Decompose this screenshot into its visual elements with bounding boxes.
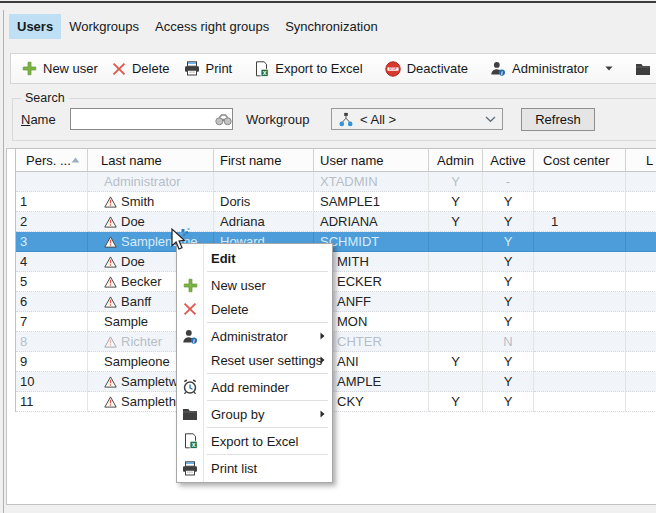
new-user-button[interactable]: New user bbox=[15, 56, 105, 81]
column-header-label: Cost center bbox=[543, 153, 609, 168]
column-header-l[interactable]: L bbox=[626, 149, 656, 171]
menu-item-administrator[interactable]: iAdministrator bbox=[177, 324, 332, 348]
table-row[interactable]: 11SamplethrCKYYY bbox=[16, 392, 656, 412]
table-row[interactable]: AdministratorXTADMINY- bbox=[16, 172, 656, 192]
menu-separator bbox=[207, 454, 328, 455]
menu-separator bbox=[207, 427, 328, 428]
cell-admin bbox=[429, 332, 483, 352]
last-name-text: Sample bbox=[104, 314, 148, 329]
warning-icon bbox=[104, 396, 117, 408]
cell-active: Y bbox=[483, 232, 534, 252]
menu-item-label: Edit bbox=[211, 251, 236, 266]
table-row[interactable]: 8RichterCHTERN bbox=[16, 332, 656, 352]
delete-icon bbox=[112, 62, 126, 76]
cell-l bbox=[626, 372, 656, 392]
last-name-text: Samplethr bbox=[121, 394, 180, 409]
menu-item-print-list[interactable]: Print list bbox=[177, 456, 332, 480]
cell-first: Adriana bbox=[214, 212, 314, 232]
cell-first: Doris bbox=[214, 192, 314, 212]
column-header-admin[interactable]: Admin bbox=[429, 149, 483, 171]
warning-icon bbox=[104, 216, 117, 228]
cell-active: Y bbox=[483, 192, 534, 212]
column-header-first[interactable]: First name bbox=[214, 149, 314, 171]
menu-item-reset-user-settings[interactable]: Reset user settings bbox=[177, 348, 332, 372]
cell-pers: 10 bbox=[16, 372, 88, 392]
column-header-last[interactable]: Last name bbox=[88, 149, 214, 171]
toolbar-button-label: Administrator bbox=[512, 61, 589, 76]
table-row[interactable]: 10SampletwoAMPLEY bbox=[16, 372, 656, 392]
tab-users[interactable]: Users bbox=[9, 14, 61, 39]
group-by-button[interactable]: Group by bbox=[628, 56, 656, 81]
tab-access-right-groups[interactable]: Access right groups bbox=[147, 14, 277, 39]
table-row[interactable]: 3SamplenameHowardSCHMIDTY bbox=[16, 232, 656, 252]
tab-strip: UsersWorkgroupsAccess right groupsSynchr… bbox=[9, 14, 386, 39]
submenu-arrow-icon bbox=[320, 356, 325, 364]
menu-item-label: Reset user settings bbox=[211, 353, 322, 368]
menu-item-edit[interactable]: Edit bbox=[177, 246, 332, 270]
last-name-text: Administrator bbox=[104, 174, 181, 189]
table-row[interactable]: 7SampleMONY bbox=[16, 312, 656, 332]
table-row[interactable]: 2DoeAdrianaADRIANAYY1 bbox=[16, 212, 656, 232]
cell-admin: Y bbox=[429, 192, 483, 212]
cell-admin bbox=[429, 232, 483, 252]
workgroup-combobox-value: < All > bbox=[360, 112, 396, 127]
cell-user: XTADMIN bbox=[314, 172, 429, 192]
warning-icon bbox=[104, 276, 117, 288]
cell-cost bbox=[534, 372, 626, 392]
binoculars-icon bbox=[215, 113, 232, 126]
column-header-user[interactable]: User name bbox=[314, 149, 429, 171]
cell-admin: Y bbox=[429, 172, 483, 192]
column-header-pers[interactable]: Pers. ... bbox=[16, 149, 88, 171]
menu-item-add-reminder[interactable]: Add reminder bbox=[177, 375, 332, 399]
cell-pers: 3 bbox=[16, 232, 88, 252]
tab-synchronization[interactable]: Synchronization bbox=[277, 14, 386, 39]
cell-l bbox=[626, 252, 656, 272]
column-header-label: First name bbox=[220, 153, 281, 168]
export-to-excel-button[interactable]: xExport to Excel bbox=[247, 56, 369, 81]
column-header-cost[interactable]: Cost center bbox=[534, 149, 626, 171]
table-row[interactable]: 1SmithDorisSAMPLE1YY bbox=[16, 192, 656, 212]
cell-active: Y bbox=[483, 312, 534, 332]
search-groupbox: Search Name Workgroup < All > Refresh bbox=[12, 98, 656, 141]
column-header-active[interactable]: Active bbox=[483, 149, 534, 171]
menu-item-label: Delete bbox=[211, 302, 249, 317]
administrator-person-icon: i bbox=[182, 329, 198, 344]
table-row[interactable]: 5BeckerECKERY bbox=[16, 272, 656, 292]
cell-admin bbox=[429, 252, 483, 272]
warning-icon bbox=[104, 236, 117, 248]
print-button[interactable]: Print bbox=[177, 56, 240, 81]
warning-icon bbox=[104, 336, 117, 348]
menu-item-group-by[interactable]: Group by bbox=[177, 402, 332, 426]
cell-cost bbox=[534, 252, 626, 272]
menu-item-label: Administrator bbox=[211, 329, 288, 344]
workgroup-icon bbox=[338, 112, 354, 127]
menu-item-label: Group by bbox=[211, 407, 264, 422]
table-row[interactable]: 6BanffANFFY bbox=[16, 292, 656, 312]
window-top-border bbox=[0, 1, 656, 3]
delete-button[interactable]: Delete bbox=[105, 56, 177, 81]
workgroup-combobox[interactable]: < All > bbox=[331, 108, 503, 130]
cell-l bbox=[626, 232, 656, 252]
menu-item-label: Print list bbox=[211, 461, 257, 476]
cell-active: Y bbox=[483, 272, 534, 292]
cell-cost bbox=[534, 272, 626, 292]
menu-item-delete[interactable]: Delete bbox=[177, 297, 332, 321]
table-row[interactable]: 4DoeMITHY bbox=[16, 252, 656, 272]
panel-left-border bbox=[3, 10, 4, 513]
search-name-input[interactable] bbox=[70, 108, 233, 130]
tab-workgroups[interactable]: Workgroups bbox=[61, 14, 147, 39]
refresh-button[interactable]: Refresh bbox=[521, 108, 595, 131]
warning-icon bbox=[104, 376, 117, 388]
table-header-row: Pers. ...Last nameFirst nameUser nameAdm… bbox=[16, 149, 656, 172]
cell-active: - bbox=[483, 172, 534, 192]
menu-item-export-to-excel[interactable]: xExport to Excel bbox=[177, 429, 332, 453]
deactivate-button[interactable]: STOPDeactivate bbox=[378, 56, 475, 81]
cell-active: Y bbox=[483, 292, 534, 312]
cell-cost bbox=[534, 192, 626, 212]
menu-item-new-user[interactable]: New user bbox=[177, 273, 332, 297]
cell-l bbox=[626, 172, 656, 192]
warning-icon bbox=[104, 256, 117, 268]
administrator-button[interactable]: iAdministrator bbox=[483, 56, 620, 81]
svg-text:STOP: STOP bbox=[389, 67, 397, 71]
table-row[interactable]: 9SampleoneANIYY bbox=[16, 352, 656, 372]
